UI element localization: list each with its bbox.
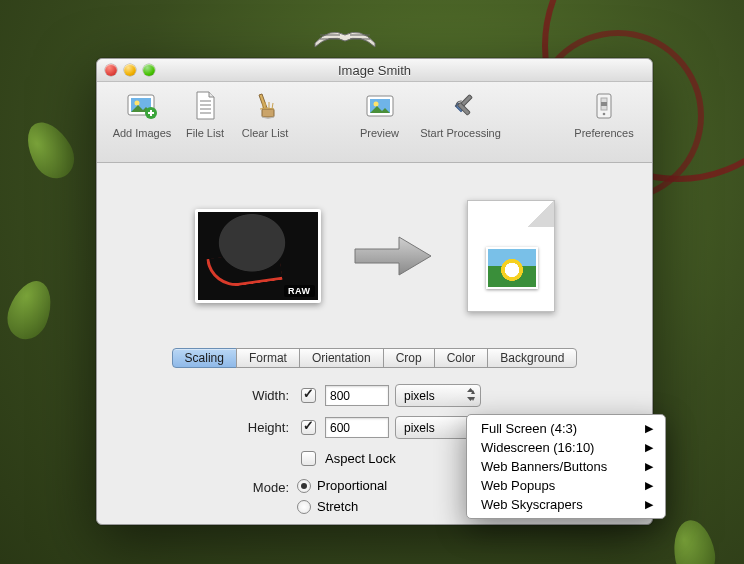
tabset: Scaling Format Orientation Crop Color Ba…	[97, 348, 652, 368]
preset-menu: Full Screen (4:3)▶ Widescreen (16:10)▶ W…	[466, 414, 666, 519]
aspect-lock-checkbox[interactable]	[301, 451, 316, 466]
toolbar-label: Clear List	[242, 127, 288, 139]
window-title: Image Smith	[97, 63, 652, 78]
add-images-icon	[124, 88, 160, 124]
tab-orientation[interactable]: Orientation	[299, 348, 384, 368]
tab-format[interactable]: Format	[236, 348, 300, 368]
titlebar[interactable]: Image Smith	[97, 59, 652, 82]
mode-label: Mode:	[253, 480, 289, 495]
height-label: Height:	[248, 420, 289, 435]
preview-icon	[362, 88, 398, 124]
menu-item-web-skyscrapers[interactable]: Web Skyscrapers▶	[467, 495, 665, 514]
submenu-arrow-icon: ▶	[645, 479, 653, 492]
menu-item-fullscreen[interactable]: Full Screen (4:3)▶	[467, 419, 665, 438]
mode-proportional-radio[interactable]	[297, 479, 311, 493]
aspect-lock-label: Aspect Lock	[325, 451, 396, 466]
arrow-icon	[351, 233, 437, 279]
clear-list-button[interactable]: Clear List	[235, 88, 295, 139]
output-thumbnail	[467, 200, 555, 312]
toolbar-label: Add Images	[113, 127, 172, 139]
width-label: Width:	[252, 388, 289, 403]
submenu-arrow-icon: ▶	[645, 498, 653, 511]
raw-badge: RAW	[284, 285, 315, 297]
tab-color[interactable]: Color	[434, 348, 489, 368]
svg-rect-4	[262, 109, 274, 117]
file-list-button[interactable]: File List	[179, 88, 231, 139]
toolbar-label: Preferences	[574, 127, 633, 139]
preferences-button[interactable]: Preferences	[568, 88, 640, 139]
clear-list-icon	[247, 88, 283, 124]
menu-item-widescreen[interactable]: Widescreen (16:10)▶	[467, 438, 665, 457]
start-processing-icon	[443, 88, 479, 124]
width-enable-checkbox[interactable]	[301, 388, 316, 403]
toolbar-label: File List	[186, 127, 224, 139]
tab-crop[interactable]: Crop	[383, 348, 435, 368]
svg-line-8	[272, 103, 273, 109]
mode-stretch-radio[interactable]	[297, 500, 311, 514]
book-decoration	[310, 5, 380, 53]
svg-point-18	[603, 113, 606, 116]
preferences-icon	[586, 88, 622, 124]
toolbar: Add Images File List Clear List Preview	[97, 82, 652, 163]
menu-item-web-popups[interactable]: Web Popups▶	[467, 476, 665, 495]
preview-button[interactable]: Preview	[353, 88, 407, 139]
svg-point-2	[135, 101, 140, 106]
mode-stretch-label: Stretch	[317, 499, 358, 514]
width-unit-select[interactable]: pixels▴▾	[395, 384, 481, 407]
tab-scaling[interactable]: Scaling	[172, 348, 237, 368]
toolbar-label: Preview	[360, 127, 399, 139]
width-input[interactable]	[325, 385, 389, 406]
svg-point-11	[373, 102, 378, 107]
height-enable-checkbox[interactable]	[301, 420, 316, 435]
start-processing-button[interactable]: Start Processing	[411, 88, 511, 139]
submenu-arrow-icon: ▶	[645, 422, 653, 435]
height-input[interactable]	[325, 417, 389, 438]
source-thumbnail: RAW	[195, 209, 321, 303]
add-images-button[interactable]: Add Images	[109, 88, 175, 139]
submenu-arrow-icon: ▶	[645, 460, 653, 473]
tab-background[interactable]: Background	[487, 348, 577, 368]
file-list-icon	[187, 88, 223, 124]
submenu-arrow-icon: ▶	[645, 441, 653, 454]
svg-rect-17	[601, 102, 607, 106]
toolbar-label: Start Processing	[420, 127, 501, 139]
mode-proportional-label: Proportional	[317, 478, 387, 493]
menu-item-web-banners[interactable]: Web Banners/Buttons▶	[467, 457, 665, 476]
